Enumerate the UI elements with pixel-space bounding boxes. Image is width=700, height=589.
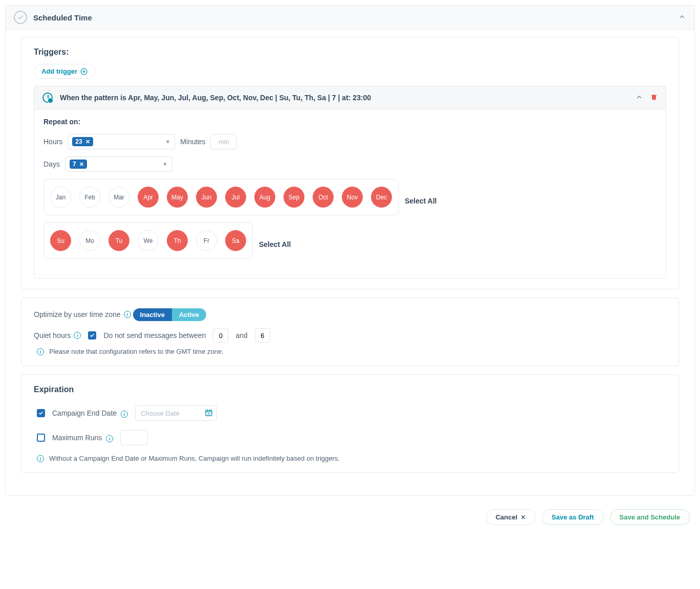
toggle-inactive[interactable]: Inactive bbox=[133, 308, 172, 321]
info-icon[interactable]: i bbox=[121, 411, 128, 418]
timezone-toggle[interactable]: Inactive Active bbox=[133, 308, 206, 321]
trigger-header-row: When the pattern is Apr, May, Jun, Jul, … bbox=[34, 86, 666, 109]
days-chip: 7 ✕ bbox=[70, 160, 87, 169]
month-pill-jun[interactable]: Jun bbox=[196, 187, 217, 208]
save-draft-button[interactable]: Save as Draft bbox=[542, 509, 603, 525]
expiration-note: Without a Campaign End Date or Maximum R… bbox=[49, 455, 340, 462]
months-box: JanFebMarAprMayJunJulAugSepOctNovDec bbox=[43, 179, 399, 215]
save-schedule-button[interactable]: Save and Schedule bbox=[610, 509, 690, 525]
add-trigger-button[interactable]: Add trigger bbox=[34, 64, 95, 79]
trigger-body: Repeat on: Hours 23 ✕ ▼ Minutes Days bbox=[34, 109, 666, 279]
panel-title: Scheduled Time bbox=[33, 13, 678, 22]
months-select-all[interactable]: Select All bbox=[405, 197, 437, 205]
info-icon: i bbox=[37, 455, 44, 462]
calendar-icon[interactable]: 30 bbox=[205, 409, 213, 418]
month-pill-aug[interactable]: Aug bbox=[254, 187, 275, 208]
month-pill-jan[interactable]: Jan bbox=[50, 187, 71, 208]
weekday-pill-sa[interactable]: Sa bbox=[225, 230, 246, 251]
chip-remove-icon[interactable]: ✕ bbox=[85, 139, 90, 145]
month-pill-dec[interactable]: Dec bbox=[371, 187, 392, 208]
days-select[interactable]: 7 ✕ ▼ bbox=[65, 156, 172, 172]
minutes-input[interactable] bbox=[210, 134, 237, 149]
footer-actions: Cancel Save as Draft Save and Schedule bbox=[5, 501, 695, 528]
month-pill-nov[interactable]: Nov bbox=[342, 187, 363, 208]
month-pill-may[interactable]: May bbox=[167, 187, 188, 208]
scheduled-time-panel: Scheduled Time Triggers: Add trigger Whe… bbox=[5, 5, 695, 496]
weekday-pill-th[interactable]: Th bbox=[167, 230, 188, 251]
close-icon bbox=[520, 514, 526, 520]
quiet-from-input[interactable] bbox=[213, 328, 228, 343]
optimize-tz-label: Optimize by user time zone i bbox=[34, 310, 131, 319]
svg-text:30: 30 bbox=[207, 412, 210, 415]
add-trigger-label: Add trigger bbox=[41, 67, 77, 75]
timezone-card: Optimize by user time zone i Inactive Ac… bbox=[21, 298, 679, 366]
triggers-card: Triggers: Add trigger When the pattern i… bbox=[21, 37, 679, 289]
max-runs-label: Maximum Runs i bbox=[52, 434, 113, 442]
month-pill-apr[interactable]: Apr bbox=[138, 187, 159, 208]
trigger-pattern-text: When the pattern is Apr, May, Jun, Jul, … bbox=[60, 94, 628, 102]
quiet-to-input[interactable] bbox=[255, 328, 270, 343]
check-icon bbox=[90, 333, 95, 338]
weekdays-select-all[interactable]: Select All bbox=[259, 240, 291, 248]
caret-down-icon: ▼ bbox=[162, 161, 168, 167]
month-pill-mar[interactable]: Mar bbox=[108, 187, 129, 208]
minutes-label: Minutes bbox=[180, 138, 205, 146]
info-icon: i bbox=[37, 348, 44, 355]
plus-circle-icon bbox=[80, 68, 88, 75]
cancel-button[interactable]: Cancel bbox=[486, 509, 536, 525]
weekdays-box: SuMoTuWeThFrSa bbox=[43, 222, 253, 259]
quiet-hours-checkbox[interactable] bbox=[88, 331, 96, 339]
end-date-checkbox[interactable] bbox=[37, 409, 45, 417]
max-runs-checkbox[interactable] bbox=[37, 434, 45, 442]
chip-remove-icon[interactable]: ✕ bbox=[79, 161, 84, 168]
check-icon bbox=[38, 411, 43, 416]
checkmark-circle-icon bbox=[14, 11, 27, 24]
and-label: and bbox=[235, 331, 247, 339]
hours-select[interactable]: 23 ✕ ▼ bbox=[68, 134, 175, 149]
hours-chip: 23 ✕ bbox=[72, 137, 93, 146]
month-pill-feb[interactable]: Feb bbox=[79, 187, 100, 208]
quiet-hours-label: Quiet hours i bbox=[34, 331, 81, 339]
expiration-card: Expiration Campaign End Date i Choose Da… bbox=[21, 374, 679, 473]
quiet-text: Do not send messages between bbox=[103, 331, 206, 339]
timezone-note: Please note that configuration refers to… bbox=[49, 348, 224, 355]
panel-header[interactable]: Scheduled Time bbox=[6, 6, 694, 30]
clock-schedule-icon bbox=[42, 93, 53, 103]
month-pill-jul[interactable]: Jul bbox=[225, 187, 246, 208]
weekday-pill-tu[interactable]: Tu bbox=[108, 230, 129, 251]
max-runs-input[interactable] bbox=[120, 430, 148, 445]
repeat-on-label: Repeat on: bbox=[43, 118, 657, 126]
expiration-title: Expiration bbox=[34, 385, 666, 394]
info-icon[interactable]: i bbox=[124, 311, 131, 318]
weekday-pill-fr[interactable]: Fr bbox=[196, 230, 217, 251]
hours-label: Hours bbox=[43, 138, 62, 146]
info-icon[interactable]: i bbox=[106, 435, 113, 442]
trigger-collapse-icon[interactable] bbox=[635, 93, 643, 103]
weekday-pill-su[interactable]: Su bbox=[50, 230, 71, 251]
caret-down-icon: ▼ bbox=[165, 139, 170, 145]
chevron-up-icon[interactable] bbox=[678, 13, 686, 22]
month-pill-sep[interactable]: Sep bbox=[283, 187, 304, 208]
triggers-title: Triggers: bbox=[34, 48, 666, 57]
toggle-active[interactable]: Active bbox=[172, 308, 206, 321]
weekday-pill-mo[interactable]: Mo bbox=[79, 230, 100, 251]
end-date-label: Campaign End Date i bbox=[52, 409, 128, 418]
info-icon[interactable]: i bbox=[74, 332, 81, 339]
days-label: Days bbox=[43, 160, 60, 168]
month-pill-oct[interactable]: Oct bbox=[313, 187, 334, 208]
trash-icon[interactable] bbox=[650, 94, 658, 102]
weekday-pill-we[interactable]: We bbox=[138, 230, 159, 251]
